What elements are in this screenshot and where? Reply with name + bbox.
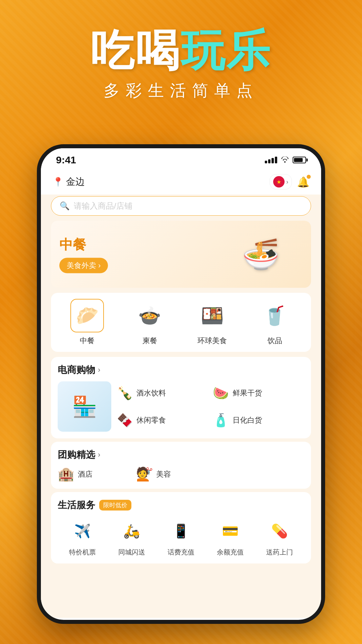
life-header: 生活服务 限时低价 [58,499,304,512]
notification-bell[interactable]: 🔔 [297,176,309,188]
category-item-cambodian[interactable]: 🍲 柬餐 [122,299,177,346]
group-buy-content: 🏨 酒店 💇 美容 [58,466,304,482]
life-item-topup[interactable]: 📱 话费充值 [168,518,194,557]
right-icons: › 🔔 [269,174,309,190]
flights-icon: ✈️ [69,518,96,544]
medicine-label: 送药上门 [266,548,293,557]
category-item-chinese[interactable]: 🥟 中餐 [60,299,115,346]
ecom-item-fruits[interactable]: 🍉 鲜果干货 [213,381,305,405]
life-grid: ✈️ 特价机票 🛵 同城闪送 📱 话费充值 💳 余额充值 💊 送药上 [58,518,304,557]
phone-mockup: 9:41 📍 金边 [37,144,325,624]
fruits-icon: 🍉 [213,386,229,400]
category-item-world[interactable]: 🍱 环球美食 [185,299,240,346]
snacks-label: 休闲零食 [136,415,166,425]
banner-button[interactable]: 美食外卖 › [59,258,108,273]
ecom-item-daily[interactable]: 🧴 日化白货 [213,409,305,432]
hero-subtitle: 多彩生活简单点 [0,80,362,101]
hero-title-cyan: 玩乐 [181,26,272,75]
flights-label: 特价机票 [69,548,96,557]
store-illustration: 🏪 [58,381,111,432]
life-badge: 限时低价 [99,500,131,511]
drinks-icon: 🥤 [258,299,292,332]
life-title: 生活服务 [58,499,95,512]
flag-button[interactable]: › [269,174,292,190]
ecommerce-title: 电商购物 [58,364,95,376]
location-area[interactable]: 📍 金边 [53,175,85,188]
hero-title-white: 吃喝 [90,26,181,75]
beauty-label: 美容 [156,469,171,479]
status-time: 9:41 [56,154,76,166]
hotel-label: 酒店 [78,469,93,479]
medicine-icon: 💊 [266,518,293,544]
search-icon: 🔍 [60,201,70,211]
life-item-balance[interactable]: 💳 余额充值 [217,518,244,557]
signal-icon [265,157,277,163]
group-buy-arrow: › [98,450,100,459]
group-buy-section: 团购精选 › 🏨 酒店 💇 美容 [51,442,311,489]
chinese-food-icon: 🥟 [70,299,104,332]
balance-label: 余额充值 [217,548,244,557]
delivery-label: 同城闪送 [118,548,145,557]
banner-text: 中餐 美食外卖 › [59,235,108,273]
group-buy-title: 团购精选 [58,448,95,461]
life-item-delivery[interactable]: 🛵 同城闪送 [118,518,145,557]
life-item-flights[interactable]: ✈️ 特价机票 [69,518,96,557]
ecommerce-items: 🍾 酒水饮料 🍉 鲜果干货 🍫 休闲零食 🧴 日化白货 [116,381,304,432]
category-item-drinks[interactable]: 🥤 饮品 [247,299,302,346]
ecommerce-arrow: › [98,366,100,374]
wifi-icon [281,155,289,165]
category-label-chinese: 中餐 [80,336,95,346]
banner-section: 中餐 美食外卖 › 🍜 [51,221,311,288]
search-placeholder: 请输入商品/店铺 [74,201,132,211]
hotel-icon: 🏨 [58,466,74,482]
cambodian-food-icon: 🍲 [133,299,167,332]
alcohol-label: 酒水饮料 [136,388,166,398]
daily-label: 日化白货 [233,415,262,425]
ecom-item-snacks[interactable]: 🍫 休闲零食 [116,409,208,432]
snacks-icon: 🍫 [116,413,133,428]
delivery-icon: 🛵 [118,518,145,544]
topup-icon: 📱 [168,518,194,544]
battery-icon [293,157,306,163]
china-flag-icon [273,176,285,187]
ecommerce-section: 电商购物 › 🏪 🍾 酒水饮料 🍉 鲜果干货 🍫 休闲零食 [51,357,311,438]
fruits-label: 鲜果干货 [233,388,262,398]
status-icons [265,155,306,165]
group-item-beauty[interactable]: 💇 美容 [136,466,171,482]
location-pin-icon: 📍 [53,177,63,187]
ecom-item-alcohol[interactable]: 🍾 酒水饮料 [116,381,208,405]
world-food-icon: 🍱 [195,299,229,332]
category-label-drinks: 饮品 [267,336,282,346]
balance-icon: 💳 [217,518,244,544]
group-buy-header: 团购精选 › [58,448,304,461]
banner-category: 中餐 [59,235,108,254]
topup-label: 话费充值 [168,548,194,557]
life-services-section: 生活服务 限时低价 ✈️ 特价机票 🛵 同城闪送 📱 话费充值 💳 [51,492,311,564]
search-bar[interactable]: 🔍 请输入商品/店铺 [51,196,311,216]
daily-icon: 🧴 [213,413,229,428]
category-label-cambodian: 柬餐 [142,336,157,346]
life-item-medicine[interactable]: 💊 送药上门 [266,518,293,557]
svg-point-0 [284,162,285,163]
hero-title: 吃喝玩乐 [0,27,362,75]
group-item-hotel[interactable]: 🏨 酒店 [58,466,93,482]
chevron-down-icon: › [286,178,288,185]
ecommerce-content: 🏪 🍾 酒水饮料 🍉 鲜果干货 🍫 休闲零食 🧴 [58,381,304,432]
top-bar: 📍 金边 › 🔔 [41,169,321,195]
hero-section: 吃喝玩乐 多彩生活简单点 [0,27,362,101]
category-grid: 🥟 中餐 🍲 柬餐 🍱 环球美食 🥤 饮品 [56,299,306,346]
alcohol-icon: 🍾 [116,386,133,400]
category-section: 🥟 中餐 🍲 柬餐 🍱 环球美食 🥤 饮品 [51,293,311,352]
beauty-icon: 💇 [136,466,153,482]
category-label-world: 环球美食 [197,336,227,346]
phone-content: 📍 金边 › 🔔 🔍 请输入商品/店铺 中餐 [41,169,321,618]
bell-badge [307,175,311,179]
status-bar: 9:41 [41,148,321,169]
ecommerce-header: 电商购物 › [58,364,304,376]
location-name: 金边 [66,175,85,188]
banner-food-image: 🍜 [214,221,308,288]
